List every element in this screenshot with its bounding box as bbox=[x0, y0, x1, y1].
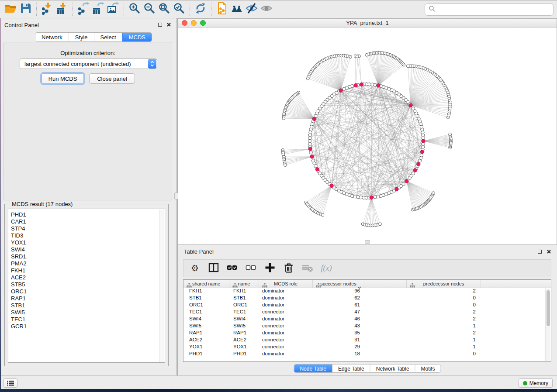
zoom-selected-button[interactable] bbox=[172, 2, 187, 17]
tab-network-table[interactable]: Network Table bbox=[370, 364, 415, 372]
close-panel-button-mcds[interactable]: Close panel bbox=[89, 73, 135, 84]
tab-node-table[interactable]: Node Table bbox=[294, 364, 332, 372]
mcds-result-item[interactable]: FKH1 bbox=[11, 267, 165, 274]
split-columns-button[interactable] bbox=[208, 262, 220, 275]
tab-edge-table[interactable]: Edge Table bbox=[332, 364, 370, 372]
mcds-result-item[interactable]: GCR1 bbox=[11, 323, 165, 330]
zoom-out-button[interactable] bbox=[142, 2, 157, 17]
table-row[interactable]: SWI5SWI5connector431 bbox=[183, 323, 551, 330]
tab-select[interactable]: Select bbox=[94, 33, 122, 41]
mcds-result-item[interactable]: YOX1 bbox=[11, 239, 165, 246]
table-cell: 62 bbox=[313, 295, 364, 302]
float-icon bbox=[158, 23, 162, 27]
zoom-out-icon bbox=[143, 2, 156, 17]
network-window-titlebar[interactable]: YPA_prune.txt_1 bbox=[178, 19, 557, 28]
hide-graphics-button[interactable] bbox=[244, 2, 259, 17]
float-table-panel-button[interactable] bbox=[537, 249, 542, 254]
table-row[interactable]: ACE2ACE2connector311 bbox=[183, 337, 551, 344]
search-input[interactable] bbox=[436, 5, 553, 14]
table-cell bbox=[364, 323, 407, 330]
add-column-button[interactable] bbox=[264, 262, 276, 275]
zoom-in-button[interactable] bbox=[127, 2, 142, 17]
network-canvas[interactable] bbox=[178, 28, 557, 244]
result-scrollbar[interactable] bbox=[159, 210, 164, 362]
split-pane-handle[interactable] bbox=[365, 240, 370, 244]
import-network-button[interactable] bbox=[40, 2, 55, 17]
column-header-predecessor_nodes[interactable]: predecessor nodes bbox=[407, 280, 481, 288]
tab-mcds[interactable]: MCDS bbox=[122, 33, 152, 41]
table-cell: PHD1 bbox=[183, 351, 229, 358]
mcds-result-item[interactable]: STB5 bbox=[11, 281, 165, 288]
column-header-mcds_role[interactable]: MCDS role bbox=[259, 280, 313, 288]
table-row[interactable]: SWI4SWI4dominator462 bbox=[183, 316, 551, 323]
zoom-fit-button[interactable] bbox=[157, 2, 172, 17]
table-cell: STB1 bbox=[183, 295, 229, 302]
mcds-result-item[interactable]: PHD1 bbox=[11, 211, 165, 218]
close-table-panel-button[interactable] bbox=[546, 249, 551, 254]
export-table-button[interactable] bbox=[91, 2, 106, 17]
run-mcds-button[interactable]: Run MCDS bbox=[42, 73, 84, 84]
export-network-button[interactable] bbox=[76, 2, 91, 17]
mcds-result-item[interactable]: STP4 bbox=[11, 225, 165, 232]
mcds-result-item[interactable]: TEC1 bbox=[11, 316, 165, 323]
task-history-button[interactable] bbox=[3, 378, 17, 388]
mcds-result-item[interactable]: SWI4 bbox=[11, 246, 165, 253]
select-all-button[interactable] bbox=[226, 262, 239, 275]
tab-motifs[interactable]: Motifs bbox=[415, 364, 441, 372]
table-panel: Table Panel ⚙f(x) shared name name MCDS … bbox=[178, 245, 557, 375]
delete-rows-button[interactable] bbox=[283, 262, 295, 275]
search-icon bbox=[429, 5, 436, 14]
show-graphics-button[interactable] bbox=[259, 2, 274, 17]
network-graph[interactable] bbox=[178, 28, 557, 245]
node-table[interactable]: shared name name MCDS role successor nod… bbox=[183, 279, 551, 362]
table-cell: 2 bbox=[407, 316, 481, 323]
table-cell: 1 bbox=[407, 344, 481, 351]
float-panel-button[interactable] bbox=[157, 22, 163, 27]
mcds-result-item[interactable]: CAR1 bbox=[11, 218, 165, 225]
table-scrollbar[interactable] bbox=[545, 289, 550, 361]
table-row[interactable]: TEC1TEC1connector472 bbox=[183, 309, 551, 316]
mcds-result-item[interactable]: RAP1 bbox=[11, 295, 165, 302]
table-cell: 35 bbox=[313, 330, 364, 337]
column-header-shared_name[interactable]: shared name bbox=[183, 280, 229, 288]
mcds-result-item[interactable]: SWI5 bbox=[11, 309, 165, 316]
birds-eye-button[interactable] bbox=[229, 2, 244, 17]
tab-network[interactable]: Network bbox=[35, 33, 69, 41]
delete-table-button[interactable] bbox=[301, 262, 314, 275]
mcds-result-item[interactable]: SRD1 bbox=[11, 253, 165, 260]
mcds-result-item[interactable]: ACE2 bbox=[11, 274, 165, 281]
table-cell bbox=[364, 288, 407, 295]
open-button[interactable] bbox=[3, 2, 18, 17]
table-cell: PHD1 bbox=[229, 351, 259, 358]
close-panel-button[interactable] bbox=[166, 22, 171, 27]
table-cell: ORC1 bbox=[183, 302, 229, 309]
table-cell bbox=[364, 302, 407, 309]
search-field[interactable] bbox=[425, 3, 554, 16]
table-row[interactable]: FKH1FKH1dominator962 bbox=[183, 288, 551, 295]
column-header-name[interactable]: name bbox=[229, 280, 259, 288]
table-row[interactable]: ORC1ORC1dominator610 bbox=[183, 302, 551, 309]
gear-button[interactable]: ⚙ bbox=[189, 262, 201, 275]
refresh-layout-button[interactable] bbox=[193, 2, 208, 17]
table-row[interactable]: PHD1PHD1dominator180 bbox=[183, 351, 551, 358]
tab-style[interactable]: Style bbox=[69, 33, 94, 41]
table-cell: RAP1 bbox=[229, 330, 259, 337]
export-image-button[interactable] bbox=[106, 2, 121, 17]
save-button[interactable] bbox=[18, 2, 33, 17]
mcds-result-item[interactable]: PMA2 bbox=[11, 260, 165, 267]
table-row[interactable]: YOX1YOX1connector291 bbox=[183, 344, 551, 351]
mcds-result-item[interactable]: TID3 bbox=[11, 232, 165, 239]
criterion-dropdown[interactable]: largest connected component (undirected) bbox=[20, 58, 157, 69]
column-header-successor_nodes[interactable]: successor nodes bbox=[313, 280, 364, 288]
mcds-result-item[interactable]: ORC1 bbox=[11, 288, 165, 295]
memory-button[interactable]: Memory bbox=[519, 378, 553, 388]
mcds-result-title: MCDS result (17 nodes) bbox=[10, 201, 74, 207]
mcds-result-item[interactable]: STB1 bbox=[11, 302, 165, 309]
import-table-button[interactable] bbox=[55, 2, 69, 17]
unselect-all-button[interactable] bbox=[245, 262, 257, 275]
table-scrollbar-thumb[interactable] bbox=[547, 290, 550, 326]
mcds-result-list[interactable]: PHD1CAR1STP4TID3YOX1SWI4SRD1PMA2FKH1ACE2… bbox=[8, 209, 165, 363]
new-network-file-button[interactable] bbox=[214, 2, 229, 17]
table-row[interactable]: STB1STB1dominator620 bbox=[183, 295, 551, 302]
table-row[interactable]: RAP1RAP1dominator352 bbox=[183, 330, 551, 337]
